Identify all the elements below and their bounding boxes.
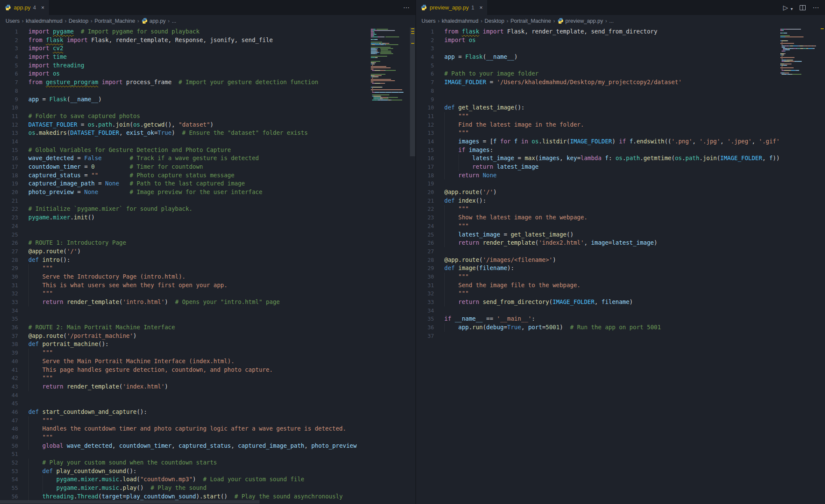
code-line[interactable]: 52 # Play your custom sound when the cou… (0, 458, 416, 467)
breadcrumb-item[interactable]: Users (422, 18, 436, 24)
code-line[interactable]: 36 app.run(debug=True, port=5001) # Run … (416, 323, 825, 332)
code-line[interactable]: 25 latest_image = get_latest_image() (416, 231, 825, 239)
code-line[interactable]: 3 (416, 44, 825, 53)
code-line[interactable]: 9 (416, 95, 825, 104)
code-line[interactable]: 27 (416, 247, 825, 256)
code-line[interactable]: 21def index(): (416, 197, 825, 205)
code-line[interactable]: 8 (0, 87, 416, 95)
code-line[interactable]: 36# ROUTE 2: Main Portrait Machine Inter… (0, 323, 416, 332)
code-line[interactable]: 33 return send_from_directory(IMAGE_FOLD… (416, 298, 825, 307)
code-line[interactable]: 12DATASET_FOLDER = os.path.join(os.getcw… (0, 121, 416, 129)
close-icon[interactable]: × (41, 4, 45, 11)
code-line[interactable]: 4import time (0, 53, 416, 61)
code-line[interactable]: 43 return render_template('index.html') (0, 383, 416, 391)
code-line[interactable]: 34 (0, 307, 416, 315)
code-line[interactable]: 19 (416, 179, 825, 188)
code-line[interactable]: 54 pygame.mixer.music.load("countdown.mp… (0, 475, 416, 484)
code-line[interactable]: 25 (0, 231, 416, 239)
breadcrumb-item[interactable]: app.py (141, 18, 166, 24)
code-line[interactable]: 24 """ (416, 222, 825, 231)
code-line[interactable]: 18captured_status = "" # Photo capture s… (0, 171, 416, 180)
code-line[interactable]: 10 (0, 103, 416, 112)
breadcrumb-item[interactable]: khaledmahmud (442, 18, 478, 24)
code-line[interactable]: 22 """ (416, 205, 825, 213)
code-line[interactable]: 29def image(filename): (416, 264, 825, 273)
code-line[interactable]: 16 latest_image = max(images, key=lambda… (416, 154, 825, 163)
code-line[interactable]: 14 images = [f for f in os.listdir(IMAGE… (416, 137, 825, 146)
code-line[interactable]: 9app = Flask(__name__) (0, 95, 416, 104)
code-line[interactable]: 6# Path to your image folder (416, 70, 825, 78)
code-line[interactable]: 26# ROUTE 1: Introductory Page (0, 239, 416, 247)
code-line[interactable]: 11 """ (416, 112, 825, 121)
code-line[interactable]: 42 """ (0, 374, 416, 383)
run-python-file-icon[interactable]: ▷ (783, 4, 788, 11)
code-line[interactable]: 31 This is what users see when they firs… (0, 281, 416, 290)
code-line[interactable]: 28@app.route('/images/<filename>') (416, 256, 825, 264)
code-line[interactable]: 30 """ (416, 273, 825, 281)
code-line[interactable]: 4app = Flask(__name__) (416, 53, 825, 61)
tab-app-py[interactable]: app.py 4 × (0, 0, 49, 15)
code-line[interactable]: 26 return render_template('index2.html',… (416, 239, 825, 247)
code-line[interactable]: 7from gesture_program import process_fra… (0, 78, 416, 87)
minimap[interactable] (780, 27, 819, 504)
code-line[interactable]: 3import cv2 (0, 44, 416, 53)
code-line[interactable]: 33 return render_template('intro.html') … (0, 298, 416, 307)
code-line[interactable]: 13 """ (416, 129, 825, 137)
breadcrumb[interactable]: Users›khaledmahmud›Desktop›Portrait_Mach… (416, 15, 825, 27)
split-editor-icon[interactable] (799, 4, 806, 11)
breadcrumb-item[interactable]: ... (609, 18, 614, 24)
code-line[interactable]: 18 return None (416, 171, 825, 180)
code-line[interactable]: 44 (0, 391, 416, 400)
breadcrumb-item[interactable]: Portrait_Machine (510, 18, 551, 24)
code-line[interactable]: 47 """ (0, 416, 416, 425)
horizontal-scrollbar-thumb[interactable] (0, 500, 260, 504)
breadcrumb[interactable]: Users›khaledmahmud›Desktop›Portrait_Mach… (0, 15, 416, 27)
code-line[interactable]: 41 This page handles gesture detection, … (0, 366, 416, 374)
code-line[interactable]: 37 (416, 332, 825, 340)
minimap[interactable] (371, 27, 409, 504)
code-area[interactable]: 1from flask import Flask, render_templat… (416, 27, 825, 504)
code-line[interactable]: 32 """ (0, 289, 416, 298)
breadcrumb-item[interactable]: ... (172, 18, 176, 24)
more-actions-icon[interactable]: ⋯ (403, 4, 409, 11)
code-line[interactable]: 10def get_latest_image(): (416, 103, 825, 112)
code-line[interactable]: 24 (0, 222, 416, 231)
breadcrumb-item[interactable]: Portrait_Machine (95, 18, 135, 24)
code-line[interactable]: 1import pygame # Import pygame for sound… (0, 27, 416, 36)
code-line[interactable]: 48 Handles the countdown timer and photo… (0, 425, 416, 433)
code-line[interactable]: 45 (0, 399, 416, 408)
editor-app-py[interactable]: 1import pygame # Import pygame for sound… (0, 27, 416, 504)
vertical-scrollbar-thumb[interactable] (410, 27, 415, 156)
code-line[interactable]: 2from flask import Flask, render_templat… (0, 36, 416, 45)
code-line[interactable]: 23 Show the latest image on the webpage. (416, 213, 825, 222)
code-line[interactable]: 13os.makedirs(DATASET_FOLDER, exist_ok=T… (0, 129, 416, 137)
code-line[interactable]: 51 (0, 450, 416, 458)
code-line[interactable]: 46def start_countdown_and_capture(): (0, 408, 416, 416)
code-line[interactable]: 31 Send the image file to the webpage. (416, 281, 825, 290)
code-line[interactable]: 14 (0, 137, 416, 146)
code-line[interactable]: 5 (416, 61, 825, 70)
code-line[interactable]: 11# Folder to save captured photos (0, 112, 416, 121)
code-line[interactable]: 16wave_detected = False # Track if a wav… (0, 154, 416, 163)
breadcrumb-item[interactable]: preview_app.py (557, 18, 603, 24)
code-line[interactable]: 20@app.route('/') (416, 188, 825, 197)
vertical-scrollbar[interactable] (409, 27, 416, 504)
code-line[interactable]: 50 global wave_detected, countdown_timer… (0, 442, 416, 450)
close-icon[interactable]: × (480, 4, 483, 11)
code-line[interactable]: 17 return latest_image (416, 163, 825, 171)
code-line[interactable]: 17countdown_timer = 0 # Timer for countd… (0, 163, 416, 171)
code-line[interactable]: 23pygame.mixer.init() (0, 213, 416, 222)
code-line[interactable]: 20photo_preview = None # Image preview f… (0, 188, 416, 197)
code-line[interactable]: 1from flask import Flask, render_templat… (416, 27, 825, 36)
code-line[interactable]: 21 (0, 197, 416, 205)
breadcrumb-item[interactable]: Desktop (69, 18, 89, 24)
code-line[interactable]: 32 """ (416, 289, 825, 298)
horizontal-scrollbar[interactable] (0, 500, 371, 504)
code-line[interactable]: 37@app.route('/portrait_machine') (0, 332, 416, 340)
tab-preview-app-py[interactable]: preview_app.py 1 × (416, 0, 488, 15)
run-dropdown-chevron-icon[interactable]: ▾ (791, 7, 793, 11)
code-line[interactable]: 22# Initialize `pygame.mixer` for sound … (0, 205, 416, 213)
code-line[interactable]: 12 Find the latest image in the folder. (416, 121, 825, 129)
breadcrumb-item[interactable]: khaledmahmud (26, 18, 62, 24)
code-line[interactable]: 28def intro(): (0, 256, 416, 264)
